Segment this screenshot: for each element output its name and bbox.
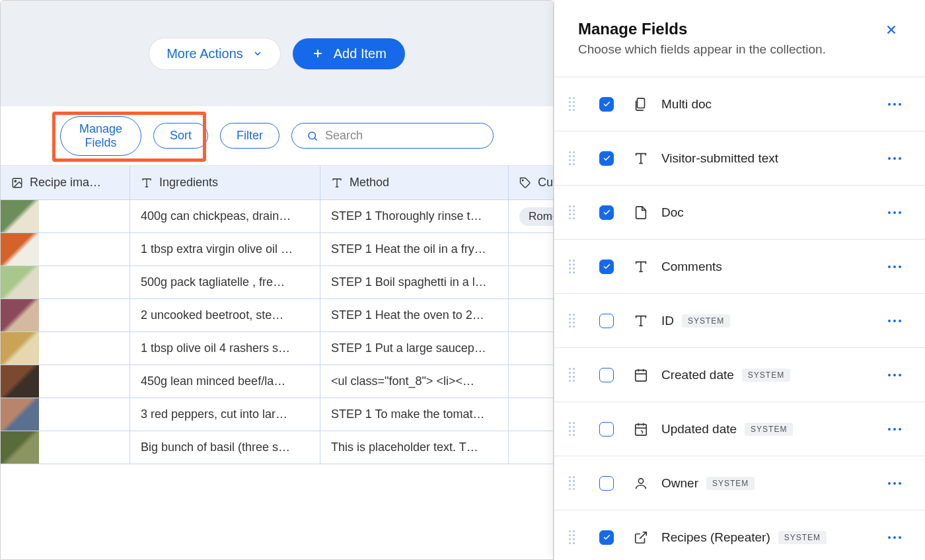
recipe-thumbnail xyxy=(1,299,39,332)
field-row: Updated dateSYSTEM xyxy=(554,402,925,456)
field-checkbox[interactable] xyxy=(599,422,614,437)
drag-handle[interactable] xyxy=(569,257,578,276)
toolbar: Manage Fields Sort Filter xyxy=(1,106,553,166)
panel-title: Manage Fields xyxy=(578,20,826,38)
recipe-thumbnail xyxy=(1,266,39,298)
svg-line-3 xyxy=(314,138,316,140)
table-row[interactable]: Big bunch of basil (three s…This is plac… xyxy=(1,431,553,464)
field-more-button[interactable] xyxy=(884,532,905,543)
cell-method: STEP 1 Boil spaghetti in a l… xyxy=(320,266,509,298)
cell-ingredients: 500g pack tagliatelle , fre… xyxy=(130,266,320,298)
more-actions-button[interactable]: More Actions xyxy=(149,38,281,70)
cell-cuisine xyxy=(509,398,553,431)
column-label: Cu xyxy=(538,176,553,190)
table-row[interactable]: 400g can chickpeas, drain…STEP 1 Thoroug… xyxy=(1,200,553,233)
field-checkbox[interactable] xyxy=(599,530,614,545)
field-row: IDSYSTEM xyxy=(554,294,925,348)
field-checkbox[interactable] xyxy=(599,476,614,491)
svg-point-5 xyxy=(15,180,16,182)
system-badge: SYSTEM xyxy=(745,423,793,436)
close-button[interactable] xyxy=(881,20,901,42)
column-header-ingredients[interactable]: Ingredients xyxy=(130,166,320,199)
svg-point-10 xyxy=(523,180,524,181)
cell-cuisine: Rome xyxy=(509,200,553,232)
cell-ingredients: 3 red peppers, cut into lar… xyxy=(130,398,320,431)
manage-fields-button[interactable]: Manage Fields xyxy=(60,116,141,156)
more-actions-label: More Actions xyxy=(166,46,243,61)
cell-cuisine xyxy=(509,233,553,265)
header-bar: More Actions Add Item xyxy=(1,1,553,106)
drag-handle[interactable] xyxy=(569,203,578,222)
drag-handle[interactable] xyxy=(569,473,578,493)
svg-point-27 xyxy=(638,478,643,483)
tag-icon xyxy=(519,177,531,189)
table-row[interactable]: 2 uncooked beetroot, ste…STEP 1 Heat the… xyxy=(1,299,553,332)
recipe-thumbnail xyxy=(1,200,39,232)
column-label: Ingredients xyxy=(159,176,218,190)
field-checkbox[interactable] xyxy=(599,205,614,220)
person-icon xyxy=(634,476,648,491)
filter-button[interactable]: Filter xyxy=(220,123,279,149)
drag-handle[interactable] xyxy=(569,365,578,384)
cell-ingredients: 1 tbsp olive oil 4 rashers s… xyxy=(130,332,320,365)
cell-image xyxy=(1,398,130,431)
field-label: Visitor-submitted text xyxy=(661,151,871,166)
drag-handle[interactable] xyxy=(569,149,578,168)
field-checkbox[interactable] xyxy=(599,260,614,274)
cell-method: STEP 1 Heat the oven to 2… xyxy=(320,299,509,332)
add-item-button[interactable]: Add Item xyxy=(293,38,405,69)
add-item-label: Add Item xyxy=(334,46,387,61)
text-icon xyxy=(331,177,343,189)
field-checkbox[interactable] xyxy=(599,151,614,166)
table-row[interactable]: 1 tbsp extra virgin olive oil …STEP 1 He… xyxy=(1,233,553,266)
field-more-button[interactable] xyxy=(884,478,905,489)
svg-rect-23 xyxy=(636,424,647,435)
system-badge: SYSTEM xyxy=(742,368,790,382)
field-more-button[interactable] xyxy=(884,370,905,380)
drag-handle[interactable] xyxy=(569,419,578,438)
field-more-button[interactable] xyxy=(884,99,905,110)
field-more-button[interactable] xyxy=(884,424,905,435)
field-more-button[interactable] xyxy=(884,153,905,164)
table-body: 400g can chickpeas, drain…STEP 1 Thoroug… xyxy=(1,200,553,464)
field-more-button[interactable] xyxy=(884,207,905,218)
column-header-method[interactable]: Method xyxy=(320,166,509,199)
manage-fields-panel: Manage Fields Choose which fields appear… xyxy=(554,0,925,560)
main-content: More Actions Add Item Manage Fields Sort… xyxy=(0,0,554,560)
table-row[interactable]: 500g pack tagliatelle , fre…STEP 1 Boil … xyxy=(1,266,553,299)
column-label: Recipe ima… xyxy=(30,176,101,190)
field-row: Visitor-submitted text xyxy=(554,131,925,186)
table-row[interactable]: 3 red peppers, cut into lar…STEP 1 To ma… xyxy=(1,398,553,431)
field-checkbox[interactable] xyxy=(599,368,614,382)
field-row: Doc xyxy=(554,186,925,240)
column-header-image[interactable]: Recipe ima… xyxy=(1,166,130,199)
cell-cuisine xyxy=(509,332,553,365)
cell-method: STEP 1 Heat the oil in a fry… xyxy=(320,233,509,265)
cell-cuisine xyxy=(509,365,553,398)
cell-image xyxy=(1,299,130,332)
field-checkbox[interactable] xyxy=(599,97,614,112)
cell-ingredients: 450g lean minced beef/la… xyxy=(130,365,320,398)
field-label: OwnerSYSTEM xyxy=(661,476,871,491)
search-field[interactable] xyxy=(291,123,494,149)
drag-handle[interactable] xyxy=(569,311,578,330)
field-more-button[interactable] xyxy=(884,316,905,326)
calendar-icon xyxy=(634,368,648,382)
cuisine-tag: Rome xyxy=(519,207,553,226)
system-badge: SYSTEM xyxy=(778,531,827,544)
table-row[interactable]: 1 tbsp olive oil 4 rashers s…STEP 1 Put … xyxy=(1,332,553,365)
field-checkbox[interactable] xyxy=(599,314,614,328)
cell-method: STEP 1 Put a large saucep… xyxy=(320,332,509,365)
column-label: Method xyxy=(350,176,389,190)
column-header-cuisine[interactable]: Cu xyxy=(509,166,553,199)
text-icon xyxy=(634,314,648,328)
search-input[interactable] xyxy=(325,129,478,143)
table-row[interactable]: 450g lean minced beef/la…<ul class="font… xyxy=(1,365,553,398)
drag-handle[interactable] xyxy=(569,94,578,114)
cell-method: <ul class="font_8"> <li><… xyxy=(320,365,509,398)
sort-button[interactable]: Sort xyxy=(153,123,208,149)
multidoc-icon xyxy=(634,97,648,112)
drag-handle[interactable] xyxy=(569,528,578,547)
field-more-button[interactable] xyxy=(884,262,905,272)
recipe-thumbnail xyxy=(1,365,39,398)
